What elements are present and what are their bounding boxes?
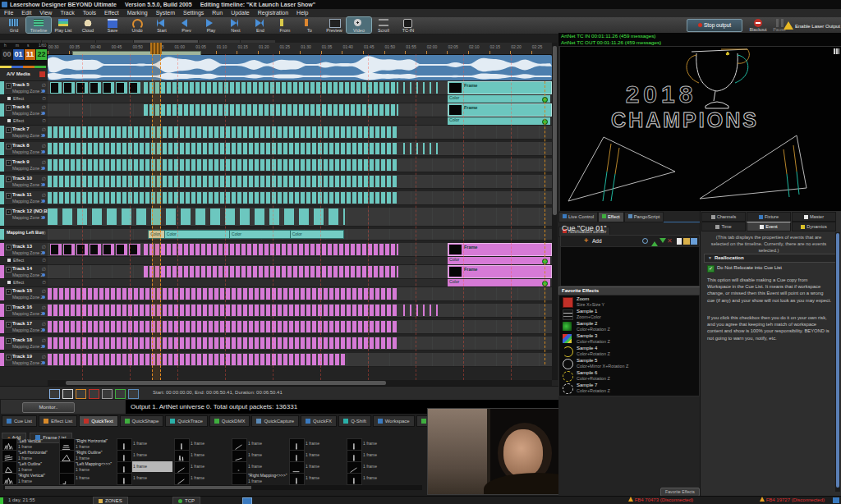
track-lane-track-18[interactable] bbox=[48, 337, 552, 351]
monitor-button[interactable]: Monitor.. bbox=[22, 402, 75, 413]
track-disable-icon[interactable]: ∅ bbox=[42, 126, 46, 132]
expand-track-icon[interactable]: + bbox=[6, 355, 11, 360]
expand-track-icon[interactable]: + bbox=[6, 105, 11, 111]
track-header-track-19[interactable]: +Track 19∅Mapping Zone 2 bbox=[0, 353, 48, 367]
bottom-tab-quickdmx[interactable]: QuickDMX bbox=[209, 415, 250, 427]
cue-cell[interactable]: 1 frame bbox=[117, 438, 172, 449]
toolbar-button-scroll[interactable]: Scroll bbox=[371, 17, 396, 33]
track-lane-track-19[interactable] bbox=[48, 353, 552, 367]
track-lane-track-10[interactable] bbox=[48, 175, 552, 189]
expand-track-icon[interactable]: + bbox=[6, 289, 11, 295]
clip-bars[interactable] bbox=[403, 143, 441, 154]
toolbar-button-preview[interactable]: Preview bbox=[322, 17, 347, 33]
toolbar-button-next[interactable]: Next bbox=[223, 17, 248, 33]
track-header-track-9[interactable]: +Track 9∅Mapping Zone 1 bbox=[0, 158, 48, 172]
properties-tab-dynamics[interactable]: Dynamics bbox=[792, 222, 836, 231]
track-lane-track-12-no-bl-[interactable] bbox=[48, 208, 552, 227]
properties-scroll-thumb[interactable] bbox=[836, 233, 839, 488]
h-scroll-thumb[interactable] bbox=[66, 381, 386, 385]
image-icon[interactable] bbox=[115, 389, 126, 399]
cue-cell[interactable]: "Left Mapping<>>>"1 frame bbox=[59, 461, 115, 472]
track-disable-icon[interactable]: ∅ bbox=[42, 305, 46, 310]
tcp-button[interactable]: TCP bbox=[172, 497, 200, 504]
track-disable-icon[interactable]: ∅ bbox=[42, 321, 46, 327]
frame-thumbnail-clip[interactable] bbox=[103, 244, 114, 255]
clip-bars[interactable] bbox=[48, 143, 398, 154]
track-disable-icon[interactable]: ∅ bbox=[42, 244, 46, 250]
track-header-track-11[interactable]: +Track 11∅Mapping Zone 1 bbox=[0, 191, 48, 205]
counter-icon[interactable] bbox=[102, 389, 113, 399]
effect-disable-icon[interactable]: ∅ bbox=[42, 280, 46, 285]
track-lane-track-16[interactable] bbox=[48, 304, 552, 318]
cue-cell[interactable]: "Left Outline"1 frame bbox=[2, 461, 57, 472]
expand-track-icon[interactable]: + bbox=[6, 322, 11, 328]
menu-item-view[interactable]: View bbox=[35, 9, 56, 17]
blackout-button[interactable]: Blackout bbox=[747, 18, 769, 32]
cue-cell[interactable]: 1 frame bbox=[289, 473, 345, 483]
cue-cell[interactable]: "Right Vertical"1 frame bbox=[2, 473, 57, 483]
clip-bars[interactable] bbox=[48, 192, 398, 204]
bottom-tab-cue-list[interactable]: Cue List bbox=[2, 415, 37, 427]
track-lane-track-5[interactable]: Frame bbox=[48, 81, 552, 95]
track-disable-icon[interactable]: ∅ bbox=[42, 143, 46, 149]
expand-track-icon[interactable]: + bbox=[6, 160, 11, 166]
cue-cell[interactable]: 1 frame bbox=[347, 461, 402, 472]
toolbar-button-save[interactable]: Save bbox=[100, 17, 125, 33]
effect-lane[interactable]: Color bbox=[48, 257, 552, 265]
clip-bars[interactable] bbox=[144, 104, 398, 116]
toolbar-button-undo[interactable]: Undo bbox=[125, 17, 149, 33]
effect-disable-icon[interactable]: ∅ bbox=[42, 96, 46, 101]
track-lane-track-15[interactable] bbox=[48, 287, 552, 301]
toolbar-button-start[interactable]: Start bbox=[149, 17, 174, 33]
expand-track-icon[interactable]: + bbox=[6, 267, 11, 273]
expand-track-icon[interactable]: + bbox=[6, 144, 11, 149]
track-lane-track-9[interactable] bbox=[48, 158, 552, 172]
bottom-tab-workspace[interactable]: Workspace bbox=[373, 415, 415, 427]
mapping-clip[interactable]: Color bbox=[229, 230, 292, 239]
frame-thumbnail-clip[interactable] bbox=[63, 82, 75, 94]
track-disable-icon[interactable]: ∅ bbox=[42, 192, 46, 198]
favorite-effect-item[interactable]: Sample 3Color+Rotation Z bbox=[559, 332, 697, 345]
timeline-vertical-scrollbar[interactable] bbox=[552, 43, 558, 380]
cue-cell[interactable]: "Right Outline"1 frame bbox=[59, 450, 115, 460]
cue-cell[interactable]: 1 frame bbox=[232, 450, 287, 460]
frame-thumbnail-clip[interactable] bbox=[63, 244, 75, 255]
track-disable-icon[interactable]: ∅ bbox=[42, 159, 46, 165]
cue-cell[interactable]: "Left Vertical"1 frame bbox=[2, 438, 57, 449]
cue-cell[interactable]: 1 frame bbox=[232, 438, 287, 449]
delete-icon[interactable]: ✕ bbox=[667, 238, 673, 245]
effect-header[interactable]: Effect∅ bbox=[0, 95, 48, 103]
cue-cell[interactable]: 1 frame bbox=[174, 450, 230, 460]
reallocation-section-header[interactable]: ▼Reallocation bbox=[704, 254, 837, 263]
cue-cell[interactable]: 1 frame bbox=[347, 450, 402, 460]
menu-item-track[interactable]: Track bbox=[56, 9, 78, 17]
mapping-clip[interactable]: Color bbox=[290, 230, 344, 239]
favorite-effect-item[interactable]: Sample 7Color+Rotation Z bbox=[559, 382, 697, 394]
clip-bars[interactable] bbox=[144, 82, 398, 94]
track-header-track-15[interactable]: +Track 15∅Mapping Zone 2 bbox=[0, 287, 48, 301]
new-document-icon[interactable] bbox=[677, 238, 682, 245]
effect-header[interactable]: Effect∅ bbox=[0, 279, 48, 287]
frame-thumbnail-clip[interactable] bbox=[103, 82, 114, 94]
expand-track-icon[interactable]: + bbox=[6, 176, 11, 182]
menu-item-file[interactable]: File bbox=[0, 9, 17, 17]
track-header-track-16[interactable]: +Track 16∅Mapping Zone 2 bbox=[0, 304, 48, 318]
toolbar-button-from[interactable]: From bbox=[273, 17, 297, 33]
clip-bars[interactable] bbox=[48, 305, 398, 316]
favorite-effect-item[interactable]: Sample 4Color+Rotation Z bbox=[559, 345, 697, 357]
menu-item-settings[interactable]: Settings bbox=[179, 9, 208, 17]
settings-icon[interactable] bbox=[128, 389, 139, 399]
frame-thumbnail-clip[interactable] bbox=[50, 244, 62, 255]
effect-tab-effect[interactable]: Effect bbox=[598, 212, 624, 222]
effect-lane[interactable]: Color bbox=[48, 95, 552, 103]
expand-track-icon[interactable]: + bbox=[6, 127, 11, 133]
cue-cell[interactable]: 1 frame bbox=[117, 450, 172, 460]
add-effect-button[interactable]: Add bbox=[592, 238, 602, 244]
bottom-tab-quicktrace[interactable]: QuickTrace bbox=[165, 415, 207, 427]
clip-bars[interactable] bbox=[144, 244, 398, 255]
track-lane-track-13[interactable]: Frame bbox=[48, 243, 552, 257]
copy-icon[interactable] bbox=[691, 238, 697, 245]
cue-cell[interactable]: 1 frame bbox=[59, 473, 115, 483]
menu-item-effect[interactable]: Effect bbox=[100, 9, 123, 17]
effect-tab-pangoscript[interactable]: PangoScript bbox=[624, 212, 664, 222]
